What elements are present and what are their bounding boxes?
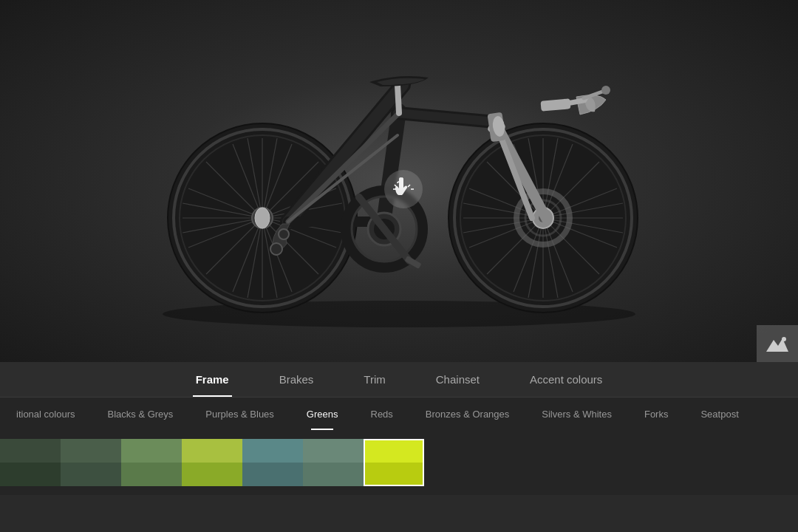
- svg-point-59: [782, 337, 786, 341]
- svg-point-53: [255, 208, 270, 228]
- mountain-view-button[interactable]: [757, 325, 798, 362]
- svg-point-51: [270, 243, 282, 255]
- svg-line-58: [408, 185, 410, 187]
- tab-brakes[interactable]: Brakes: [276, 362, 317, 397]
- svg-line-57: [395, 185, 397, 187]
- swatch-teal[interactable]: [242, 439, 303, 486]
- tab-navigation: Frame Brakes Trim Chainset Accent colour…: [0, 362, 798, 398]
- swatch-sage-teal[interactable]: [303, 439, 364, 486]
- swatch-forest[interactable]: [61, 439, 121, 486]
- cat-seatpost[interactable]: Seatpost: [684, 398, 754, 430]
- swatch-dark-forest[interactable]: [0, 439, 61, 486]
- swatch-sage[interactable]: [121, 439, 182, 486]
- cat-blacks[interactable]: Blacks & Greys: [92, 398, 190, 430]
- bottom-panel: Frame Brakes Trim Chainset Accent colour…: [0, 362, 798, 495]
- swatch-lime[interactable]: [364, 439, 424, 486]
- svg-line-39: [398, 85, 399, 113]
- svg-point-42: [601, 86, 610, 95]
- swatch-olive[interactable]: [182, 439, 242, 486]
- cat-bronzes[interactable]: Bronzes & Oranges: [409, 398, 525, 430]
- svg-point-52: [279, 229, 289, 239]
- cat-silvers[interactable]: Silvers & Whites: [525, 398, 628, 430]
- drag-cursor-icon: [384, 170, 423, 208]
- tab-frame[interactable]: Frame: [193, 362, 232, 397]
- svg-rect-43: [540, 98, 570, 111]
- cat-purples[interactable]: Purples & Blues: [189, 398, 290, 430]
- color-category-row: itional colours Blacks & Greys Purples &…: [0, 398, 798, 430]
- tab-trim[interactable]: Trim: [361, 362, 388, 397]
- cat-greens[interactable]: Greens: [290, 398, 355, 430]
- cat-forks[interactable]: Forks: [628, 398, 685, 430]
- tab-chainset[interactable]: Chainset: [433, 362, 482, 397]
- tab-accent[interactable]: Accent colours: [527, 362, 605, 397]
- color-swatch-row: [0, 430, 798, 495]
- cat-reds[interactable]: Reds: [355, 398, 409, 430]
- bike-viewer: [0, 0, 798, 362]
- cat-traditional[interactable]: itional colours: [0, 398, 92, 430]
